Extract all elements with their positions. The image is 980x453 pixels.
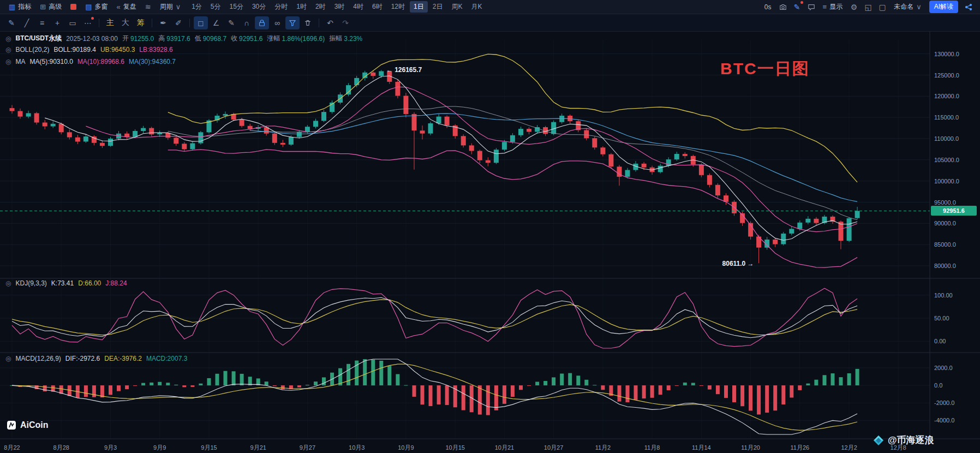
multi-screen-button[interactable]: ▢	[875, 1, 889, 14]
indicator-menu[interactable]: ▥指标	[4, 0, 35, 14]
tool-main-chart[interactable]: 主	[103, 16, 117, 29]
lock-icon	[258, 19, 266, 27]
timeframe-分时[interactable]: 分时	[271, 1, 291, 13]
link-icon: ∞	[274, 19, 280, 27]
tool-big-chart[interactable]: 大	[118, 16, 133, 29]
svg-text:11月2: 11月2	[595, 444, 611, 451]
open-value: 91255.0	[130, 35, 154, 43]
multi-window-menu[interactable]: ▤多窗	[81, 0, 112, 14]
red-packet-icon	[70, 4, 76, 10]
timeframe-15分[interactable]: 15分	[226, 1, 247, 13]
timeframe-4时[interactable]: 4时	[349, 1, 367, 13]
share-button[interactable]	[961, 1, 976, 14]
timeframe-1日[interactable]: 1日	[410, 1, 428, 13]
screenshot-button[interactable]	[776, 1, 790, 14]
watermark: @币海逐浪	[873, 434, 934, 446]
collapse-toggle-icon[interactable]: ◎	[5, 58, 11, 65]
tool-delete[interactable]	[301, 16, 315, 29]
timeframe-1分[interactable]: 1分	[188, 1, 206, 13]
svg-text:10月15: 10月15	[445, 444, 464, 451]
timeframe-30分[interactable]: 30分	[248, 1, 270, 13]
ai-analysis-button[interactable]: AI解读	[929, 1, 958, 13]
kdj-title[interactable]: KDJ(9,3,3)	[15, 279, 46, 287]
trash-icon	[304, 19, 312, 27]
timeframe-2时[interactable]: 2时	[312, 1, 330, 13]
settings-button[interactable]: ⚙	[847, 1, 861, 14]
ma-title[interactable]: MA	[15, 58, 25, 65]
tool-rectangle[interactable]: ▭	[65, 16, 80, 29]
countdown-timer: 0s	[760, 0, 776, 14]
gear-icon: ⚙	[851, 3, 858, 11]
period-dropdown[interactable]: 周期∨	[156, 0, 186, 14]
svg-text:9月27: 9月27	[300, 444, 315, 451]
collapse-toggle-icon[interactable]: ◎	[5, 35, 11, 43]
kline-indicator-icon: ▥	[9, 3, 15, 11]
tool-lock[interactable]	[255, 16, 269, 29]
crosshair-icon: +	[55, 19, 59, 27]
tool-more[interactable]: ⋯	[81, 16, 95, 29]
rectangle-icon: ▭	[69, 19, 76, 27]
svg-text:95000.0: 95000.0	[934, 199, 956, 206]
tool-link[interactable]: ∞	[270, 16, 284, 29]
chat-icon	[808, 3, 815, 11]
tool-pencil-2[interactable]: ✎	[224, 16, 238, 29]
timeframe-6时[interactable]: 6时	[368, 1, 386, 13]
tool-filter[interactable]	[285, 16, 300, 29]
collapse-toggle-icon[interactable]: ◎	[5, 46, 11, 53]
tool-redo[interactable]: ↷	[338, 16, 352, 29]
symbol-name[interactable]: BTC/USDT永续	[15, 34, 62, 43]
chevron-down-icon: ∨	[176, 3, 181, 11]
tool-brush[interactable]: ✐	[171, 16, 186, 29]
display-menu[interactable]: ≡显示	[818, 0, 847, 14]
timeframe-3时[interactable]: 3时	[331, 1, 349, 13]
svg-text:10月21: 10月21	[495, 444, 514, 451]
layout-dropdown[interactable]: 未命名∨	[889, 0, 926, 14]
timeframe-月K[interactable]: 月K	[467, 1, 486, 13]
timeframe-12时[interactable]: 12时	[387, 1, 409, 13]
macd-dea-value: DEA:-3976.2	[104, 355, 142, 362]
kdj-legend: ◎ KDJ(9,3,3) K:73.41 D:66.00 J:88.24	[5, 279, 127, 287]
tool-note[interactable]: ✒	[156, 16, 170, 29]
close-value: 92951.6	[239, 35, 262, 43]
timeframe-5分[interactable]: 5分	[207, 1, 225, 13]
draw-mode-button[interactable]: ✎	[790, 1, 804, 14]
red-packet-button[interactable]	[66, 0, 81, 14]
timeframe-2日[interactable]: 2日	[429, 1, 447, 13]
svg-text:50.00: 50.00	[934, 315, 949, 321]
more-icon: ⋯	[84, 19, 92, 27]
fullscreen-button[interactable]: ◱	[861, 1, 875, 14]
watermark-text: @币海逐浪	[888, 434, 934, 446]
tool-line-types[interactable]: ≡	[35, 16, 49, 29]
advanced-menu[interactable]: ⊞高级	[35, 0, 66, 14]
tool-magnet[interactable]: ∩	[240, 16, 254, 29]
tool-undo[interactable]: ↶	[323, 16, 337, 29]
chart-canvas[interactable]: ← 126165.780611.0 →130000.0125000.012000…	[0, 32, 980, 453]
collapse-toggle-icon[interactable]: ◎	[5, 355, 11, 362]
boll-lower-value: LB:83928.6	[139, 46, 172, 53]
notification-dot	[800, 1, 803, 4]
toolbar-divider	[189, 19, 190, 27]
brush-icon: ✐	[175, 19, 182, 27]
peak-price-annotation: ← 126165.7	[386, 66, 422, 74]
tool-chip-distribution[interactable]: 筹	[134, 16, 148, 29]
aicoin-trading-app: ▥指标 ⊞高级 ▤多窗 «复盘 ≋ 周期∨ 1分5分15分30分分时1时2时3时…	[0, 0, 980, 453]
svg-text:-2000.0: -2000.0	[934, 400, 954, 406]
camera-icon	[779, 3, 787, 11]
tool-trendline[interactable]: ╱	[20, 16, 34, 29]
monitor-icon: ▢	[879, 3, 886, 11]
svg-text:8月28: 8月28	[53, 444, 69, 451]
sound-alert-button[interactable]: ≋	[141, 0, 156, 14]
boll-title[interactable]: BOLL(20,2)	[15, 46, 49, 53]
tool-crosshair[interactable]: +	[50, 16, 64, 29]
tool-pencil[interactable]: ✎	[4, 16, 19, 29]
timeframe-周K[interactable]: 周K	[447, 1, 466, 13]
tool-box-select[interactable]: ◻	[194, 16, 208, 29]
timeframe-1时[interactable]: 1时	[292, 1, 310, 13]
svg-text:100.00: 100.00	[934, 292, 953, 299]
collapse-toggle-icon[interactable]: ◎	[5, 279, 11, 287]
macd-title[interactable]: MACD(12,26,9)	[15, 355, 61, 362]
diamond-icon	[873, 435, 884, 446]
tool-ruler[interactable]: ∠	[209, 16, 223, 29]
comments-button[interactable]	[804, 1, 818, 14]
replay-menu[interactable]: «复盘	[112, 0, 141, 14]
